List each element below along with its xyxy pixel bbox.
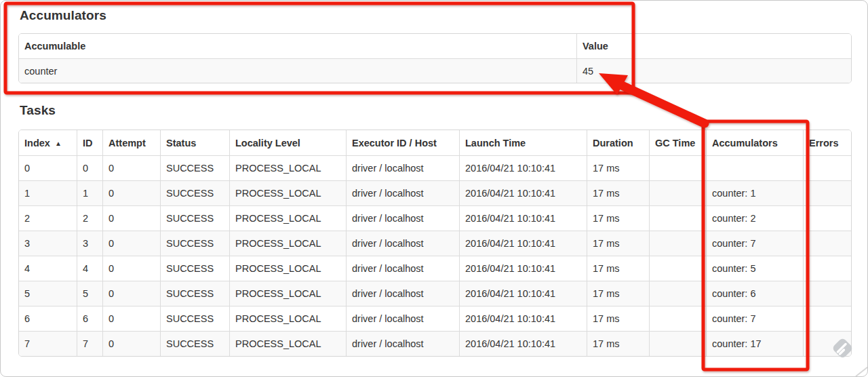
cell-attempt: 0 (102, 180, 160, 205)
cell-gc-time (649, 180, 706, 205)
column-header-errors[interactable]: Errors (803, 130, 851, 155)
cell-gc-time (649, 231, 706, 256)
column-header-gc-time[interactable]: GC Time (649, 130, 706, 155)
cell-id: 7 (77, 331, 102, 356)
cell-duration: 17 ms (587, 155, 649, 180)
cell-executor-id-host: driver / localhost (346, 180, 459, 205)
tasks-section-heading: Tasks (20, 103, 56, 118)
cell-id: 6 (77, 306, 102, 331)
tasks-table: Index▲ ID Attempt Status Locality Level … (18, 130, 852, 357)
cell-launch-time: 2016/04/21 10:10:41 (459, 180, 587, 205)
cell-index: 7 (19, 331, 77, 356)
cell-duration: 17 ms (587, 231, 649, 256)
task-row: 0 0 0 SUCCESS PROCESS_LOCAL driver / loc… (19, 155, 851, 180)
cell-accumulators: counter: 1 (706, 180, 803, 205)
cell-id: 0 (77, 155, 102, 180)
column-header-index[interactable]: Index▲ (19, 130, 77, 155)
cell-executor-id-host: driver / localhost (346, 306, 459, 331)
cell-id: 3 (77, 231, 102, 256)
cell-duration: 17 ms (587, 281, 649, 306)
cell-status: SUCCESS (160, 155, 229, 180)
cell-executor-id-host: driver / localhost (346, 205, 459, 231)
cell-launch-time: 2016/04/21 10:10:41 (459, 331, 587, 356)
cell-launch-time: 2016/04/21 10:10:41 (459, 281, 587, 306)
cell-errors (803, 281, 851, 306)
column-header-executor-id-host[interactable]: Executor ID / Host (346, 130, 459, 155)
cell-status: SUCCESS (160, 306, 229, 331)
cell-accumulable-name: counter (19, 58, 576, 83)
column-header-locality-level[interactable]: Locality Level (229, 130, 346, 155)
task-row: 7 7 0 SUCCESS PROCESS_LOCAL driver / loc… (19, 331, 851, 356)
cell-duration: 17 ms (587, 256, 649, 281)
cell-launch-time: 2016/04/21 10:10:41 (459, 155, 587, 180)
column-header-status[interactable]: Status (160, 130, 229, 155)
cell-duration: 17 ms (587, 180, 649, 205)
cell-accumulators: counter: 5 (706, 256, 803, 281)
cell-accumulators (706, 155, 803, 180)
cell-index: 4 (19, 256, 77, 281)
cell-gc-time (649, 205, 706, 231)
task-row: 3 3 0 SUCCESS PROCESS_LOCAL driver / loc… (19, 231, 851, 256)
cell-attempt: 0 (102, 256, 160, 281)
cell-executor-id-host: driver / localhost (346, 231, 459, 256)
accumulators-table: Accumulable Value counter 45 (18, 33, 852, 83)
cell-index: 5 (19, 281, 77, 306)
cell-index: 3 (19, 231, 77, 256)
cell-duration: 17 ms (587, 306, 649, 331)
cell-attempt: 0 (102, 306, 160, 331)
annotation-stray-mark (856, 367, 868, 376)
column-header-attempt[interactable]: Attempt (102, 130, 160, 155)
cell-executor-id-host: driver / localhost (346, 281, 459, 306)
column-header-duration[interactable]: Duration (587, 130, 649, 155)
sort-ascending-icon: ▲ (55, 140, 62, 147)
cell-locality-level: PROCESS_LOCAL (229, 256, 346, 281)
column-header-launch-time[interactable]: Launch Time (459, 130, 587, 155)
column-header-accumulable[interactable]: Accumulable (19, 34, 576, 58)
accumulators-section-heading: Accumulators (20, 8, 106, 23)
cell-accumulators: counter: 7 (706, 306, 803, 331)
cell-locality-level: PROCESS_LOCAL (229, 155, 346, 180)
cell-accumulators: counter: 6 (706, 281, 803, 306)
cell-id: 4 (77, 256, 102, 281)
cell-status: SUCCESS (160, 231, 229, 256)
cell-locality-level: PROCESS_LOCAL (229, 306, 346, 331)
cell-launch-time: 2016/04/21 10:10:41 (459, 306, 587, 331)
cell-errors (803, 180, 851, 205)
task-row: 4 4 0 SUCCESS PROCESS_LOCAL driver / loc… (19, 256, 851, 281)
accumulator-row: counter 45 (19, 58, 851, 83)
cell-executor-id-host: driver / localhost (346, 256, 459, 281)
cell-duration: 17 ms (587, 205, 649, 231)
cell-index: 0 (19, 155, 77, 180)
cell-attempt: 0 (102, 231, 160, 256)
cell-accumulators: counter: 17 (706, 331, 803, 356)
column-header-accumulators[interactable]: Accumulators (706, 130, 803, 155)
cell-gc-time (649, 306, 706, 331)
cell-executor-id-host: driver / localhost (346, 155, 459, 180)
cell-errors (803, 155, 851, 180)
cell-errors (803, 256, 851, 281)
cell-locality-level: PROCESS_LOCAL (229, 281, 346, 306)
column-header-id[interactable]: ID (77, 130, 102, 155)
cell-duration: 17 ms (587, 331, 649, 356)
task-row: 2 2 0 SUCCESS PROCESS_LOCAL driver / loc… (19, 205, 851, 231)
cell-errors (803, 331, 851, 356)
column-header-value[interactable]: Value (576, 34, 851, 58)
table-header-row: Accumulable Value (19, 34, 851, 58)
cell-errors (803, 231, 851, 256)
cell-gc-time (649, 281, 706, 306)
task-row: 5 5 0 SUCCESS PROCESS_LOCAL driver / loc… (19, 281, 851, 306)
cell-locality-level: PROCESS_LOCAL (229, 331, 346, 356)
cell-locality-level: PROCESS_LOCAL (229, 205, 346, 231)
cell-executor-id-host: driver / localhost (346, 331, 459, 356)
cell-id: 1 (77, 180, 102, 205)
cell-gc-time (649, 331, 706, 356)
cell-errors (803, 205, 851, 231)
cell-gc-time (649, 155, 706, 180)
cell-attempt: 0 (102, 331, 160, 356)
cell-launch-time: 2016/04/21 10:10:41 (459, 231, 587, 256)
cell-accumulators: counter: 2 (706, 205, 803, 231)
cell-status: SUCCESS (160, 205, 229, 231)
cell-launch-time: 2016/04/21 10:10:41 (459, 205, 587, 231)
cell-accumulators: counter: 7 (706, 231, 803, 256)
cell-index: 1 (19, 180, 77, 205)
